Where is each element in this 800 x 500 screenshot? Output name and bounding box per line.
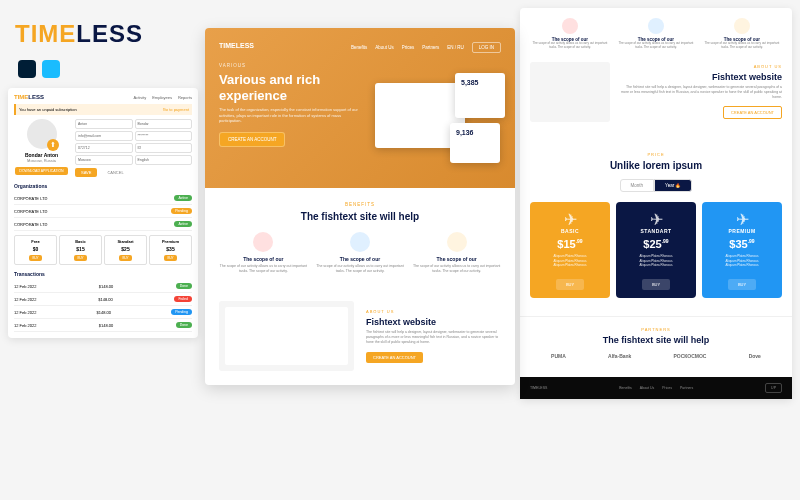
year-toggle[interactable]: Year 🔥 bbox=[654, 179, 692, 192]
tx-row[interactable]: 12 Feb 2022$148.00Done bbox=[14, 319, 192, 332]
profile-card: Bondar Anton Moscow, Russia DOWNLOAD APP… bbox=[14, 119, 69, 177]
bars-icon bbox=[350, 232, 370, 252]
orgs-heading: Organizations bbox=[14, 183, 192, 189]
tx-heading: Transactions bbox=[14, 271, 192, 277]
target-icon bbox=[447, 232, 467, 252]
last-name-field[interactable]: Bondar bbox=[135, 119, 193, 129]
partners-section: PARTNERS The fishtext site will help PUM… bbox=[520, 316, 792, 369]
password-field[interactable]: ******** bbox=[135, 131, 193, 141]
billing-toggle: MonthYear 🔥 bbox=[530, 179, 782, 192]
right-panel: The scope of ourThe scope of our activit… bbox=[520, 8, 792, 399]
subscription-alert: You have an unpaid subscriptionGo to pay… bbox=[14, 104, 192, 115]
id-field[interactable]: 072712 bbox=[75, 143, 133, 153]
benefit-card: The scope of ourThe scope of our activit… bbox=[530, 18, 610, 50]
plan-card: Premium$35BUY bbox=[149, 235, 192, 265]
chart-icon bbox=[253, 232, 273, 252]
price-card-basic: ✈BASIC$15.99Aliquam Platea RhoncusAliqua… bbox=[530, 202, 610, 298]
email-field[interactable]: info@mail.com bbox=[75, 131, 133, 141]
about-image bbox=[219, 301, 354, 371]
hero-title: Various and rich experience bbox=[219, 72, 369, 103]
price-card-premium: ✈PREMIUM$35.99Aliquam Platea RhoncusAliq… bbox=[702, 202, 782, 298]
target-icon bbox=[734, 18, 750, 34]
landing-panel: TIMELESS BenefitsAbout UsPricesPartners … bbox=[205, 28, 515, 385]
first-name-field[interactable]: Anton bbox=[75, 119, 133, 129]
save-button[interactable]: SAVE bbox=[75, 168, 97, 177]
month-toggle[interactable]: Month bbox=[620, 179, 655, 192]
create-account-button[interactable]: CREATE AN ACCOUNT bbox=[219, 132, 285, 147]
benefit-card: The scope of ourThe scope of our activit… bbox=[616, 18, 696, 50]
benefits-section: BENEFITS The fishtext site will help The… bbox=[205, 188, 515, 287]
tx-row[interactable]: 12 Feb 2022$148.00Pending bbox=[14, 306, 192, 319]
create-account-button[interactable]: CREATE AN ACCOUNT bbox=[723, 106, 782, 119]
plan-card: Free$0BUY bbox=[14, 235, 57, 265]
buy-button[interactable]: BUY bbox=[728, 279, 756, 290]
chart-icon bbox=[562, 18, 578, 34]
benefit-card: The scope of ourThe scope of our activit… bbox=[219, 232, 308, 273]
settings-panel: TIMELESS ActivityEmployeesReports You ha… bbox=[8, 88, 198, 338]
profile-fields: Anton Bondar info@mail.com ******** 0727… bbox=[75, 119, 192, 165]
about-section: ABOUT US Fishtext website The fishtext s… bbox=[205, 287, 515, 385]
payment-link[interactable]: Go to payment bbox=[163, 107, 189, 112]
scroll-up-button[interactable]: UP bbox=[765, 383, 782, 393]
cancel-button[interactable]: CANCEL bbox=[101, 168, 129, 177]
language-field[interactable]: English bbox=[135, 155, 193, 165]
panel-nav: ActivityEmployeesReports bbox=[134, 95, 192, 100]
dashboard-mockup: 5,385 9,136 bbox=[365, 73, 505, 168]
login-button[interactable]: LOG IN bbox=[472, 42, 501, 53]
buy-button[interactable]: BUY bbox=[642, 279, 670, 290]
panel-logo: TIMELESS bbox=[14, 94, 44, 100]
benefit-card: The scope of ourThe scope of our activit… bbox=[702, 18, 782, 50]
footer-logo: TIMELESS bbox=[530, 386, 547, 390]
pricing-section: PRICE Unlike lorem ipsum MonthYear 🔥 ✈BA… bbox=[520, 142, 792, 308]
tx-row[interactable]: 12 Feb 2022$148.00Failed bbox=[14, 293, 192, 306]
price-card-standart: ✈STANDART$25.99Aliquam Platea RhoncusAli… bbox=[616, 202, 696, 298]
photoshop-icon bbox=[18, 60, 36, 78]
tx-row[interactable]: 12 Feb 2022$148.00Done bbox=[14, 280, 192, 293]
avatar[interactable] bbox=[27, 119, 57, 149]
bars-icon bbox=[648, 18, 664, 34]
download-button[interactable]: DOWNLOAD APPLICATION bbox=[15, 167, 67, 175]
footer: TIMELESS BenefitsAbout UsPricesPartners … bbox=[520, 377, 792, 399]
org-row[interactable]: CORPORATE LTDActive bbox=[14, 218, 192, 231]
benefit-card: The scope of ourThe scope of our activit… bbox=[412, 232, 501, 273]
hero-section: TIMELESS BenefitsAbout UsPricesPartners … bbox=[205, 28, 515, 188]
plan-card: Basic$15BUY bbox=[59, 235, 102, 265]
org-row[interactable]: CORPORATE LTDActive bbox=[14, 192, 192, 205]
hero-nav: BenefitsAbout UsPricesPartners EN / RU L… bbox=[351, 42, 501, 53]
org-row[interactable]: CORPORATE LTDPending bbox=[14, 205, 192, 218]
plan-card: Standart$25BUY bbox=[104, 235, 147, 265]
plane-icon: ✈ bbox=[732, 210, 752, 224]
type-field[interactable]: ID bbox=[135, 143, 193, 153]
tool-icons bbox=[18, 60, 60, 78]
main-logo: TIMELESS bbox=[15, 20, 143, 48]
create-account-button[interactable]: CREATE AN ACCOUNT bbox=[366, 352, 423, 363]
benefit-card: The scope of ourThe scope of our activit… bbox=[316, 232, 405, 273]
buy-button[interactable]: BUY bbox=[556, 279, 584, 290]
plane-icon: ✈ bbox=[560, 210, 580, 224]
figma-icon bbox=[42, 60, 60, 78]
city-field[interactable]: Moscow bbox=[75, 155, 133, 165]
plane-icon: ✈ bbox=[646, 210, 666, 224]
about-image bbox=[530, 62, 610, 122]
